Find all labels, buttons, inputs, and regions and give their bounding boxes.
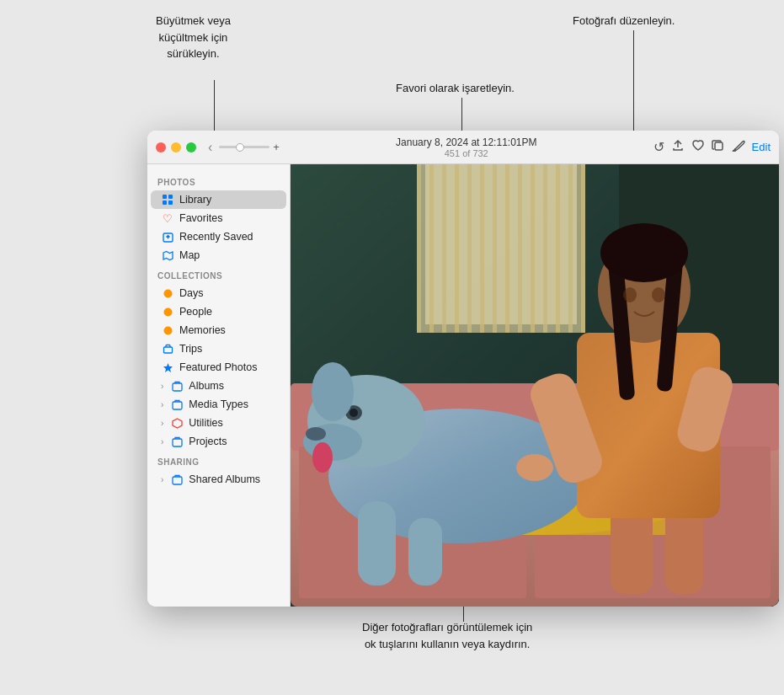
sidebar-item-media-types[interactable]: › Media Types: [151, 395, 286, 414]
favorite-icon[interactable]: [691, 139, 705, 156]
rotate-icon[interactable]: ↺: [653, 139, 664, 155]
sidebar-item-utilities[interactable]: › Utilities: [151, 414, 286, 432]
back-button[interactable]: ‹: [208, 140, 212, 155]
people-label: People: [179, 306, 212, 318]
sidebar-item-days[interactable]: Days: [151, 284, 286, 302]
svg-point-6: [163, 289, 172, 297]
svg-rect-4: [168, 200, 173, 205]
svg-point-46: [312, 362, 354, 421]
close-button[interactable]: [156, 142, 166, 152]
zoom-thumb[interactable]: [236, 143, 244, 152]
sidebar-item-favorites[interactable]: ♡ Favorites: [151, 209, 286, 227]
sidebar: Photos Library ♡ Favorites Recently: [147, 164, 291, 607]
photo-count-subtitle: 451 of 732: [280, 148, 653, 158]
shared-albums-label: Shared Albums: [189, 473, 260, 485]
svg-point-45: [349, 409, 358, 417]
days-label: Days: [179, 287, 203, 299]
shared-albums-icon: [170, 473, 184, 486]
svg-rect-27: [531, 164, 535, 333]
svg-point-8: [163, 326, 172, 334]
svg-rect-30: [568, 164, 573, 333]
media-types-label: Media Types: [189, 398, 248, 410]
sidebar-item-featured[interactable]: Featured Photos: [151, 358, 286, 377]
media-types-chevron: ›: [161, 400, 163, 409]
svg-point-61: [652, 287, 665, 302]
favorites-label: Favorites: [179, 212, 222, 224]
svg-rect-26: [518, 164, 522, 333]
title-center: January 8, 2024 at 12:11:01PM 451 of 732: [280, 136, 653, 158]
main-window: ‹ + January 8, 2024 at 12:11:01PM 451 of…: [147, 131, 779, 607]
featured-label: Featured Photos: [179, 361, 257, 373]
svg-rect-21: [455, 164, 459, 333]
sidebar-item-memories[interactable]: Memories: [151, 321, 286, 339]
media-types-icon: [170, 398, 184, 411]
svg-rect-11: [173, 383, 182, 391]
sidebar-item-map[interactable]: Map: [151, 246, 286, 265]
callout-navigate: Diğer fotoğrafları görüntülemek için ok …: [362, 619, 532, 652]
trips-icon: [161, 342, 174, 356]
albums-chevron: ›: [161, 382, 163, 391]
sidebar-item-albums[interactable]: › Albums: [151, 377, 286, 395]
svg-marker-10: [163, 363, 173, 372]
projects-chevron: ›: [161, 437, 163, 446]
sidebar-item-people[interactable]: People: [151, 302, 286, 321]
map-icon: [161, 249, 174, 262]
photo-image: [291, 164, 779, 607]
sidebar-section-photos: Photos: [147, 171, 290, 190]
svg-point-43: [306, 427, 326, 441]
sidebar-item-recently-saved[interactable]: Recently Saved: [151, 227, 286, 246]
albums-label: Albums: [189, 380, 224, 392]
svg-rect-29: [556, 164, 560, 333]
photo-area[interactable]: [291, 164, 779, 607]
share-icon[interactable]: [671, 139, 685, 156]
utilities-chevron: ›: [161, 419, 163, 428]
days-icon: [161, 286, 174, 300]
svg-rect-23: [480, 164, 484, 333]
svg-rect-2: [168, 195, 173, 199]
utilities-icon: [170, 416, 184, 430]
titlebar: ‹ + January 8, 2024 at 12:11:01PM 451 of…: [147, 131, 779, 164]
svg-rect-25: [505, 164, 509, 333]
sidebar-item-shared-albums[interactable]: › Shared Albums: [151, 470, 286, 489]
people-icon: [161, 305, 174, 318]
map-label: Map: [179, 249, 200, 261]
featured-icon: [161, 361, 174, 374]
svg-rect-13: [173, 439, 182, 446]
maximize-button[interactable]: [186, 142, 196, 152]
svg-point-47: [312, 442, 333, 473]
svg-rect-24: [493, 164, 497, 333]
edit-tools-icon[interactable]: [732, 139, 745, 156]
svg-rect-20: [442, 164, 446, 333]
svg-point-54: [516, 454, 553, 481]
edit-button[interactable]: Edit: [752, 141, 771, 153]
minimize-button[interactable]: [171, 142, 181, 152]
svg-rect-14: [173, 477, 182, 484]
zoom-plus-label: +: [273, 141, 280, 153]
projects-icon: [170, 435, 184, 448]
callout-favorite: Favori olarak işaretleyin.: [396, 80, 515, 97]
memories-icon: [161, 323, 174, 337]
duplicate-icon[interactable]: [712, 139, 725, 156]
sidebar-item-library[interactable]: Library: [151, 190, 286, 209]
svg-rect-17: [425, 164, 577, 324]
window-body: Photos Library ♡ Favorites Recently: [147, 164, 779, 607]
callout-nav-line: [463, 607, 464, 622]
zoom-slider[interactable]: +: [219, 141, 280, 153]
svg-rect-48: [358, 501, 396, 585]
projects-label: Projects: [189, 436, 227, 447]
library-icon: [161, 193, 174, 206]
svg-rect-18: [417, 164, 421, 333]
photo-date-title: January 8, 2024 at 12:11:01PM: [280, 136, 653, 148]
svg-rect-49: [408, 518, 442, 585]
trips-label: Trips: [179, 343, 202, 355]
sidebar-item-projects[interactable]: › Projects: [151, 432, 286, 451]
toolbar-right: ↺: [653, 139, 771, 156]
library-label: Library: [179, 194, 211, 206]
svg-rect-1: [163, 195, 167, 199]
zoom-track: [219, 146, 269, 148]
memories-label: Memories: [179, 324, 226, 336]
recently-saved-icon: [161, 230, 174, 243]
callout-edit: Fotoğrafı düzenleyin.: [573, 13, 675, 29]
svg-rect-12: [173, 402, 182, 409]
sidebar-item-trips[interactable]: Trips: [151, 339, 286, 358]
